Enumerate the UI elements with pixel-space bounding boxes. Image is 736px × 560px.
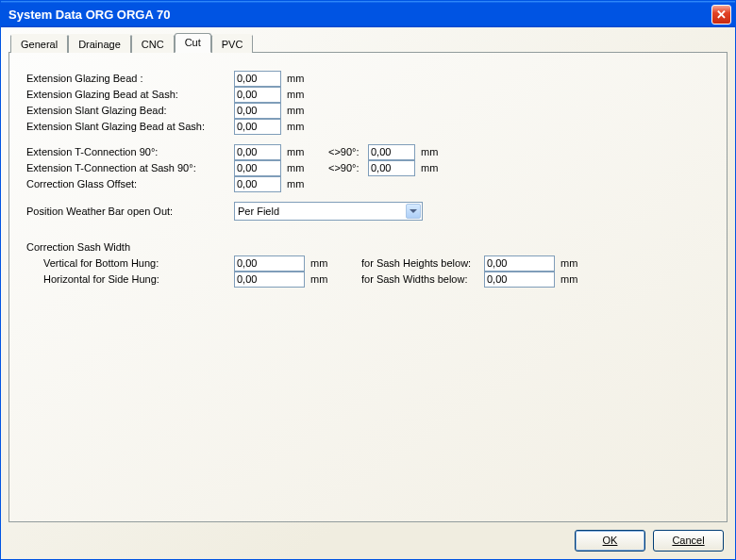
unit-mm: mm xyxy=(310,273,335,285)
unit-mm: mm xyxy=(560,273,585,285)
unit-mm: mm xyxy=(421,162,445,173)
combo-weather-bar[interactable]: Per Field xyxy=(234,202,423,221)
label-for-sash-heights-below: for Sash Heights below: xyxy=(361,257,484,269)
input-t-connection-90[interactable] xyxy=(234,144,281,160)
tab-general[interactable]: General xyxy=(10,34,68,53)
input-t-connection-not90[interactable] xyxy=(368,144,415,160)
label-not90-1: <>90°: xyxy=(328,146,368,157)
unit-mm: mm xyxy=(287,89,311,100)
close-button[interactable]: ✕ xyxy=(711,5,731,25)
unit-mm: mm xyxy=(287,105,311,116)
window-title: System Data ORG ORGA 70 xyxy=(8,8,711,22)
input-vertical-bottom-hung[interactable] xyxy=(234,255,305,272)
close-icon: ✕ xyxy=(716,8,727,22)
input-for-sash-widths-below[interactable] xyxy=(484,272,555,288)
label-weather-bar: Position Weather Bar open Out: xyxy=(26,206,234,217)
unit-mm: mm xyxy=(287,73,311,84)
label-for-sash-widths-below: for Sash Widths below: xyxy=(361,273,484,285)
dialog-window: System Data ORG ORGA 70 ✕ General Draina… xyxy=(0,0,736,560)
unit-mm: mm xyxy=(287,146,311,157)
input-ext-slant-glazing-bead[interactable] xyxy=(234,103,281,119)
input-t-connection-sash-not90[interactable] xyxy=(368,160,415,176)
unit-mm: mm xyxy=(287,162,311,173)
input-ext-slant-glazing-bead-sash[interactable] xyxy=(234,119,281,135)
input-horizontal-side-hung[interactable] xyxy=(234,272,305,288)
label-glass-offset: Correction Glass Offset: xyxy=(26,178,234,189)
label-ext-slant-glazing-bead-sash: Extension Slant Glazing Bead at Sash: xyxy=(26,121,234,132)
cancel-button[interactable]: Cancel xyxy=(653,530,724,552)
input-glass-offset[interactable] xyxy=(234,176,281,192)
tab-strip: General Drainage CNC Cut PVC xyxy=(8,33,728,52)
label-ext-glazing-bead-sash: Extension Glazing Bead at Sash: xyxy=(26,89,234,100)
unit-mm: mm xyxy=(421,146,445,157)
label-correction-sash-width: Correction Sash Width xyxy=(26,241,710,253)
tab-pvc[interactable]: PVC xyxy=(211,34,254,53)
label-t-connection-sash-90: Extension T-Connection at Sash 90°: xyxy=(26,162,234,173)
label-vertical-bottom-hung: Vertical for Bottom Hung: xyxy=(43,257,234,269)
label-horizontal-side-hung: Horizontal for Side Hung: xyxy=(43,273,234,285)
input-ext-glazing-bead[interactable] xyxy=(234,71,281,87)
chevron-down-icon xyxy=(406,204,421,219)
unit-mm: mm xyxy=(560,257,585,269)
unit-mm: mm xyxy=(287,121,311,132)
label-ext-slant-glazing-bead: Extension Slant Glazing Bead: xyxy=(26,105,234,116)
tab-drainage[interactable]: Drainage xyxy=(68,34,131,53)
label-not90-2: <>90°: xyxy=(328,162,368,173)
label-t-connection-90: Extension T-Connection 90°: xyxy=(26,146,234,157)
titlebar: System Data ORG ORGA 70 ✕ xyxy=(1,1,735,27)
tabpanel-cut: Extension Glazing Bead : mm Extension Gl… xyxy=(8,52,728,522)
button-bar: OK Cancel xyxy=(8,522,728,552)
tab-cnc[interactable]: CNC xyxy=(131,34,175,53)
combo-weather-bar-value: Per Field xyxy=(238,206,279,217)
label-ext-glazing-bead: Extension Glazing Bead : xyxy=(26,73,234,84)
input-for-sash-heights-below[interactable] xyxy=(484,255,555,272)
client-area: General Drainage CNC Cut PVC Extension G… xyxy=(1,27,735,559)
unit-mm: mm xyxy=(287,178,311,189)
input-t-connection-sash-90[interactable] xyxy=(234,160,281,176)
tab-cut[interactable]: Cut xyxy=(175,33,211,53)
ok-button[interactable]: OK xyxy=(575,530,645,552)
unit-mm: mm xyxy=(310,257,335,269)
input-ext-glazing-bead-sash[interactable] xyxy=(234,87,281,103)
